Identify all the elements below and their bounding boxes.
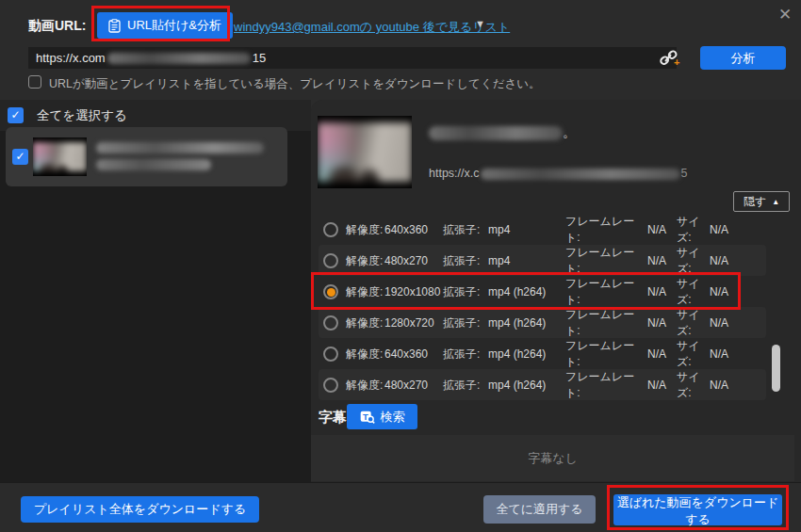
url-text-suffix: 15 [253,51,266,65]
extension-value: mp4 [488,223,565,236]
resolution-label: 解像度: [346,315,384,331]
select-all-checkbox[interactable]: ✓ [8,107,24,123]
scrollbar-thumb[interactable] [772,345,780,392]
radio-button[interactable] [323,222,338,237]
framerate-value: N/A [647,223,677,236]
format-row[interactable]: 解像度: 640x360 拡張子: mp4 フレームレート: N/A サイズ: … [319,214,766,245]
extension-value: mp4 (h264) [488,379,565,392]
framerate-value: N/A [647,347,677,361]
size-value: N/A [710,223,766,236]
size-value: N/A [710,285,766,298]
resolution-label: 解像度: [346,378,384,394]
subtitle-label: 字幕 [319,409,347,427]
resolution-value: 1920x1080 [384,285,443,298]
size-label: サイズ: [677,307,710,339]
clipboard-icon [108,19,121,33]
redacted-url-segment [107,53,251,64]
size-value: N/A [710,254,766,267]
resolution-label: 解像度: [346,284,384,300]
framerate-value: N/A [647,379,677,392]
framerate-label: フレームレート: [565,307,647,339]
video-item-thumbnail [33,137,87,176]
download-playlist-button[interactable]: プレイリスト全体をダウンロードする [21,496,259,523]
extension-label: 拡張子: [443,222,488,238]
format-row[interactable]: 解像度: 480x270 拡張子: mp4 フレームレート: N/A サイズ: … [319,245,766,276]
subtitle-search-button[interactable]: T 検索 [347,404,417,429]
analyze-button[interactable]: 分析 [700,46,786,70]
framerate-label: フレームレート: [565,276,647,308]
radio-button[interactable] [323,284,338,299]
video-title-redacted: 。 [429,124,576,141]
framerate-label: フレームレート: [565,214,647,246]
radio-button[interactable] [323,347,338,362]
format-row[interactable]: 解像度: 1920x1080 拡張子: mp4 (h264) フレームレート: … [319,276,766,307]
size-label: サイズ: [677,338,710,370]
extension-label: 拡張子: [443,284,488,300]
no-subtitle-text: 字幕なし [528,450,578,467]
radio-button[interactable] [323,253,338,268]
video-thumbnail [318,116,412,188]
chevron-down-icon[interactable]: ▼ [475,18,485,29]
video-downloader-dialog: 動画URL: URL貼付け&分析 windyy943@gmail.comの yo… [0,0,801,532]
close-icon[interactable]: ✕ [775,5,795,25]
size-value: N/A [710,379,766,392]
extension-label: 拡張子: [443,315,488,331]
resolution-value: 480x270 [384,379,443,392]
size-label: サイズ: [677,369,710,401]
chevron-up-icon: ▲ [772,198,779,206]
resolution-value: 1280x720 [384,316,443,330]
footer-bar: プレイリスト全体をダウンロードする 全てに適用する 選ばれた動画をダウンロードす… [0,482,801,532]
format-list: 解像度: 640x360 拡張子: mp4 フレームレート: N/A サイズ: … [319,214,766,400]
size-value: N/A [710,347,766,361]
url-input[interactable]: https://x.com15 + [28,47,677,69]
download-selected-button[interactable]: 選ばれた動画をダウンロードする [613,494,782,525]
extension-value: mp4 (h264) [488,316,565,330]
format-row[interactable]: 解像度: 1280x720 拡張子: mp4 (h264) フレームレート: N… [319,307,766,338]
size-label: サイズ: [677,245,710,277]
apply-to-all-button[interactable]: 全てに適用する [483,495,596,524]
extension-label: 拡張子: [443,253,488,269]
format-row[interactable]: 解像度: 640x360 拡張子: mp4 (h264) フレームレート: N/… [319,338,766,369]
framerate-label: フレームレート: [565,338,647,370]
subtitle-panel: 字幕なし [311,435,794,481]
video-detail-panel: 。 https://x.c5 隠す▲ 解像度: 640x360 拡張子: mp4… [311,100,801,482]
url-text-prefix: https://x.com [36,51,106,65]
size-value: N/A [710,316,766,330]
radio-button[interactable] [323,378,338,393]
framerate-label: フレームレート: [565,369,647,401]
account-playlist-link[interactable]: windyy943@gmail.comの youtube 後で見るリスト [234,19,510,36]
resolution-value: 480x270 [384,254,443,267]
select-all-label: 全てを選択する [37,107,127,124]
paste-analyze-button[interactable]: URL貼付け&分析 [97,12,233,39]
radio-button[interactable] [323,315,338,330]
video-list-item[interactable]: ✓ [6,127,287,186]
resolution-label: 解像度: [346,253,384,269]
video-list-sidebar: ✓ 全てを選択する ✓ [0,100,311,482]
framerate-label: フレームレート: [565,245,647,277]
add-link-icon[interactable]: + [658,49,682,67]
size-label: サイズ: [677,214,710,246]
framerate-value: N/A [647,254,677,267]
resolution-label: 解像度: [346,347,384,363]
extension-value: mp4 (h264) [488,347,565,361]
playlist-checkbox[interactable] [28,75,41,89]
svg-text:+: + [674,56,679,68]
resolution-value: 640x360 [384,223,443,236]
format-row[interactable]: 解像度: 480x270 拡張子: mp4 (h264) フレームレート: N/… [319,369,766,400]
extension-label: 拡張子: [443,347,488,363]
extension-label: 拡張子: [443,378,488,394]
extension-value: mp4 [488,254,565,267]
hide-formats-button[interactable]: 隠す▲ [733,191,790,212]
video-url-label: 動画URL: [28,18,86,35]
extension-value: mp4 (h264) [488,285,565,298]
resolution-label: 解像度: [346,222,384,238]
framerate-value: N/A [647,316,677,330]
size-label: サイズ: [677,276,710,308]
resolution-value: 640x360 [384,347,443,361]
video-url-line: https://x.c5 [429,167,687,180]
subtitle-search-icon: T [360,411,375,424]
paste-analyze-label: URL貼付け&分析 [127,17,221,34]
video-item-checkbox[interactable]: ✓ [12,149,28,165]
playlist-checkbox-label: URLが動画とプレイリストを指している場合、プレイリストをダウンロードしてくださ… [49,76,541,92]
framerate-value: N/A [647,285,677,298]
